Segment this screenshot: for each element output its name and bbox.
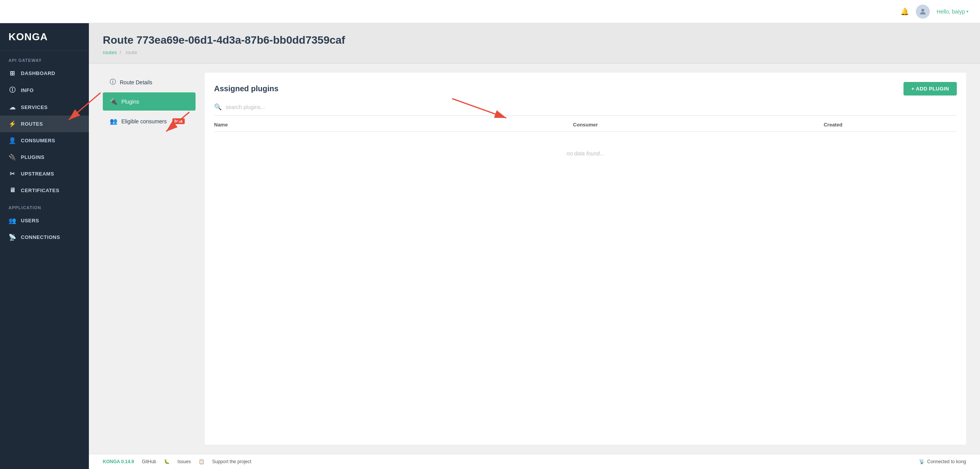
connection-label: Connected to kong — [927, 459, 966, 464]
upstreams-icon: ✂ — [9, 170, 16, 177]
footer-github-link[interactable]: GitHub — [142, 459, 156, 464]
footer: KONGA 0.14.9 GitHub 🐛 Issues 📋 Support t… — [89, 454, 980, 469]
sidebar-item-info[interactable]: ⓘ INFO — [0, 82, 89, 99]
chevron-down-icon: ▾ — [966, 9, 968, 14]
sidebar-item-certificates[interactable]: 🖥 CERTIFICATES — [0, 182, 89, 198]
search-input[interactable] — [226, 104, 957, 110]
footer-issues-link[interactable]: Issues — [177, 459, 191, 464]
col-consumer: Consumer — [462, 122, 709, 128]
breadcrumb-current: route — [126, 49, 137, 55]
breadcrumb: routes / route — [103, 49, 966, 55]
panel-title: Assigned plugins — [214, 84, 279, 93]
cloud-icon: ☁ — [9, 104, 16, 111]
app-wrapper: 🔔 Hello, baiyp ▾ KONGA API GATEWAY ⊞ DAS… — [0, 0, 980, 469]
nav-item-eligible-consumers[interactable]: 👥 Eligible consumers beta — [103, 112, 196, 130]
nav-item-plugins[interactable]: 🔌 Plugins — [103, 92, 196, 111]
svg-point-0 — [921, 9, 924, 11]
user-greeting[interactable]: Hello, baiyp ▾ — [937, 9, 968, 15]
beta-badge: beta — [172, 118, 185, 124]
consumers-icon: 👤 — [9, 137, 16, 144]
sidebar-logo: KONGA — [0, 23, 89, 51]
sidebar-item-plugins[interactable]: 🔌 PLUGINS — [0, 149, 89, 165]
sidebar-section-application: APPLICATION — [0, 198, 89, 212]
top-bar: 🔔 Hello, baiyp ▾ — [0, 0, 980, 23]
sidebar-item-users[interactable]: 👥 USERS — [0, 212, 89, 229]
topbar-right: 🔔 Hello, baiyp ▾ — [900, 5, 968, 19]
certificates-icon: 🖥 — [9, 187, 16, 194]
footer-issues-icon: 🐛 — [164, 459, 170, 464]
group-icon: 👥 — [110, 118, 117, 125]
footer-connection-status: 📡 Connected to kong — [919, 459, 966, 464]
sidebar-item-consumers[interactable]: 👤 CONSUMERS — [0, 132, 89, 149]
footer-version: KONGA 0.14.9 — [103, 459, 134, 464]
right-panel: Assigned plugins + ADD PLUGIN 🔍 Name Con… — [205, 73, 966, 445]
sidebar-item-connections[interactable]: 📡 CONNECTIONS — [0, 229, 89, 246]
page-body: ⓘ Route Details 🔌 Plugins 👥 Eligible con… — [89, 63, 980, 454]
nav-item-route-details[interactable]: ⓘ Route Details — [103, 73, 196, 92]
sidebar-item-routes[interactable]: ⚡ ROUTES — [0, 116, 89, 132]
page-title: Route 773ea69e-06d1-4d3a-87b6-bb0dd7359c… — [103, 34, 966, 46]
col-name: Name — [214, 122, 462, 128]
connections-icon: 📡 — [9, 234, 16, 241]
info-circle-icon: ⓘ — [110, 78, 116, 86]
left-panel: ⓘ Route Details 🔌 Plugins 👥 Eligible con… — [103, 73, 196, 445]
footer-support-icon: 📋 — [199, 459, 204, 464]
avatar — [916, 5, 930, 19]
footer-support-link[interactable]: Support the project — [212, 459, 251, 464]
sidebar: KONGA API GATEWAY ⊞ DASHBOARD ⓘ INFO ☁ S… — [0, 23, 89, 469]
info-icon: ⓘ — [9, 86, 16, 94]
sidebar-item-services[interactable]: ☁ SERVICES — [0, 99, 89, 116]
plugins-icon: 🔌 — [9, 153, 16, 161]
add-plugin-button[interactable]: + ADD PLUGIN — [903, 82, 957, 96]
dashboard-icon: ⊞ — [9, 70, 16, 77]
sidebar-section-api-gateway: API GATEWAY — [0, 51, 89, 65]
plug-icon: 🔌 — [110, 98, 117, 105]
sidebar-item-dashboard[interactable]: ⊞ DASHBOARD — [0, 65, 89, 82]
main-area: KONGA API GATEWAY ⊞ DASHBOARD ⓘ INFO ☁ S… — [0, 23, 980, 469]
users-icon: 👥 — [9, 217, 16, 224]
sidebar-item-upstreams[interactable]: ✂ UPSTREAMS — [0, 165, 89, 182]
connection-icon: 📡 — [919, 459, 925, 464]
bell-icon[interactable]: 🔔 — [900, 7, 909, 16]
routes-icon: ⚡ — [9, 120, 16, 128]
content: Route 773ea69e-06d1-4d3a-87b6-bb0dd7359c… — [89, 23, 980, 469]
search-icon: 🔍 — [214, 103, 222, 111]
no-data-message: no data found... — [214, 135, 957, 172]
page-header: Route 773ea69e-06d1-4d3a-87b6-bb0dd7359c… — [89, 23, 980, 63]
table-header: Name Consumer Created — [214, 122, 957, 132]
breadcrumb-separator: / — [120, 49, 122, 55]
col-created: Created — [709, 122, 957, 128]
search-bar: 🔍 — [214, 103, 957, 116]
panel-header: Assigned plugins + ADD PLUGIN — [214, 82, 957, 96]
breadcrumb-routes-link[interactable]: routes — [103, 49, 117, 55]
